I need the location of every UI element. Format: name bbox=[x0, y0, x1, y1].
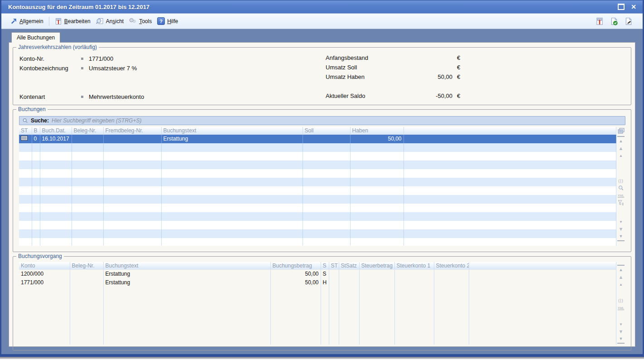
empty-row[interactable] bbox=[19, 330, 616, 339]
table-row[interactable]: 1771/000Erstattung50,00H bbox=[19, 278, 616, 287]
column-header: Steuerbetrag bbox=[359, 262, 394, 270]
empty-row[interactable] bbox=[19, 238, 616, 246]
currency-symbol: € bbox=[452, 73, 464, 80]
empty-row[interactable] bbox=[19, 161, 616, 169]
field-value: 50,00 bbox=[413, 73, 452, 80]
bookings-table: STBBuch.Dat.Beleg-Nr.Fremdbeleg-Nr.Buchu… bbox=[19, 127, 616, 246]
empty-row[interactable] bbox=[19, 229, 616, 238]
scroll-up-icon[interactable]: ▲ bbox=[617, 145, 625, 152]
diagonal-arrow-icon bbox=[10, 18, 17, 24]
field-umsatz-haben: Umsatz Haben 50,00 € bbox=[326, 72, 464, 82]
empty-row[interactable] bbox=[19, 169, 616, 178]
table-row[interactable]: 1200/000Erstattung50,00S bbox=[19, 270, 616, 279]
filter-icon[interactable] bbox=[617, 199, 625, 206]
tab-alle-buchungen[interactable]: Alle Buchungen bbox=[11, 32, 60, 43]
content-panel: Jahresverkehrszahlen (vorläufig) Konto-N… bbox=[9, 42, 635, 347]
empty-row[interactable] bbox=[19, 221, 616, 229]
currency-symbol: € bbox=[452, 92, 464, 99]
scroll-down-icon[interactable]: ▼ bbox=[617, 328, 625, 335]
group-title: Buchungen bbox=[16, 106, 48, 112]
empty-row[interactable] bbox=[19, 313, 616, 321]
empty-row[interactable] bbox=[19, 339, 616, 345]
empty-row[interactable] bbox=[19, 143, 616, 152]
table-header-row: KontoBeleg-Nr.BuchungstextBuchungsbetrag… bbox=[19, 262, 616, 270]
empty-row[interactable] bbox=[19, 296, 616, 304]
work-area: Alle Buchungen Jahresverkehrszahlen (vor… bbox=[3, 28, 641, 354]
scroll-top-icon[interactable]: ▲ bbox=[617, 265, 625, 273]
column-header: Konto bbox=[19, 262, 70, 270]
step-down-icon[interactable]: ▼ bbox=[617, 218, 625, 225]
transaction-table: KontoBeleg-Nr.BuchungstextBuchungsbetrag… bbox=[19, 262, 616, 345]
fit-columns-icon[interactable]: (|) bbox=[617, 177, 625, 185]
group-buchungsvorgang: Buchungsvorgang KontoBeleg-Nr.Buchungste… bbox=[13, 256, 631, 350]
edit-tool-document-icon[interactable] bbox=[596, 17, 604, 25]
table-header-row: STBBuch.Dat.Beleg-Nr.Fremdbeleg-Nr.Buchu… bbox=[19, 127, 616, 135]
column-header: Buchungstext bbox=[161, 127, 303, 135]
scroll-top-icon[interactable]: ▲ bbox=[617, 136, 625, 145]
close-icon[interactable]: ✕ bbox=[631, 4, 636, 10]
empty-row[interactable] bbox=[19, 204, 616, 212]
menu-tools[interactable]: ⚙⚙ Tools bbox=[126, 16, 154, 26]
field-umsatz-soll: Umsatz Soll € bbox=[326, 63, 464, 72]
transaction-table-toolbar: ▲ ▲ ▲ (|) XML ▼ ▼ ▼ bbox=[616, 262, 625, 345]
column-header: Buchungstext bbox=[103, 262, 270, 270]
edit-tool-icon bbox=[55, 18, 62, 25]
xml-export-icon[interactable]: XML bbox=[617, 304, 625, 311]
field-konto-nr: Konto-Nr. 1771/000 bbox=[19, 54, 210, 63]
empty-row[interactable] bbox=[19, 178, 616, 186]
scroll-bottom-icon[interactable]: ▼ bbox=[617, 233, 625, 241]
search-input[interactable]: Suche: Hier Suchbegriff eingeben (STRG+S… bbox=[19, 116, 625, 125]
column-chooser-icon[interactable] bbox=[617, 127, 625, 134]
search-icon bbox=[22, 118, 28, 124]
gears-icon: ⚙⚙ bbox=[129, 18, 137, 25]
empty-row[interactable] bbox=[19, 304, 616, 313]
help-icon: ? bbox=[157, 17, 165, 25]
column-header: StSatz bbox=[339, 262, 359, 270]
column-header bbox=[404, 127, 616, 135]
column-header: Steuerkonto 2 bbox=[434, 262, 469, 270]
step-down-icon[interactable]: ▼ bbox=[617, 321, 625, 328]
column-header bbox=[469, 262, 616, 270]
currency-symbol: € bbox=[452, 54, 464, 61]
scroll-up-icon[interactable]: ▲ bbox=[617, 273, 625, 281]
fit-columns-icon[interactable]: (|) bbox=[617, 297, 625, 304]
field-value: 1771/000 bbox=[89, 55, 113, 62]
step-up-icon[interactable]: ▲ bbox=[617, 281, 625, 288]
empty-row[interactable] bbox=[19, 212, 616, 221]
menu-ansicht[interactable]: Ansicht bbox=[93, 16, 126, 26]
group-buchungen: Buchungen Suche: Hier Suchbegriff eingeb… bbox=[13, 109, 631, 252]
column-header: Beleg-Nr. bbox=[70, 262, 103, 270]
empty-row[interactable] bbox=[19, 287, 616, 296]
document-sign-icon[interactable] bbox=[625, 17, 633, 25]
menu-bearbeiten[interactable]: Bearbeiten bbox=[52, 16, 93, 26]
restore-icon[interactable] bbox=[618, 4, 625, 10]
table-row[interactable]: 016.10.2017Erstattung50,00 bbox=[19, 135, 616, 144]
field-value: -50,00 bbox=[413, 92, 452, 99]
column-header: Steuerkonto 1 bbox=[394, 262, 434, 270]
zoom-icon[interactable] bbox=[617, 185, 625, 192]
column-header: Soll bbox=[303, 127, 350, 135]
application-window: Kontoauszug für den Zeitraum 01.2017 bis… bbox=[0, 0, 644, 357]
empty-row[interactable] bbox=[19, 186, 616, 195]
scroll-down-icon[interactable]: ▼ bbox=[617, 225, 625, 233]
bookings-table-toolbar: ▲ ▲ ▲ (|) XML bbox=[616, 127, 625, 246]
field-kontobezeichnung: Kontobezeichnung Umsatzsteuer 7 % bbox=[19, 63, 210, 73]
currency-symbol: € bbox=[452, 64, 464, 71]
bullet-icon bbox=[81, 96, 83, 98]
document-approved-icon[interactable] bbox=[610, 17, 618, 25]
magnifier-page-icon bbox=[96, 18, 104, 25]
grid-icon bbox=[21, 136, 28, 141]
scroll-bottom-icon[interactable]: ▼ bbox=[617, 335, 625, 344]
step-up-icon[interactable]: ▲ bbox=[617, 152, 625, 159]
menu-hilfe[interactable]: ? Hilfe bbox=[154, 16, 181, 26]
menu-allgemein[interactable]: Allgemein bbox=[8, 16, 46, 26]
field-anfangsbestand: Anfangsbestand € bbox=[326, 53, 464, 63]
empty-row[interactable] bbox=[19, 152, 616, 161]
search-label: Suche: bbox=[31, 117, 49, 124]
empty-row[interactable] bbox=[19, 195, 616, 204]
field-kontenart: Kontenart Mehrwertsteuerkonto bbox=[19, 92, 210, 102]
xml-export-icon[interactable]: XML bbox=[617, 192, 625, 199]
search-placeholder: Hier Suchbegriff eingeben (STRG+S) bbox=[52, 117, 141, 124]
column-header: Haben bbox=[350, 127, 404, 135]
empty-row[interactable] bbox=[19, 321, 616, 330]
